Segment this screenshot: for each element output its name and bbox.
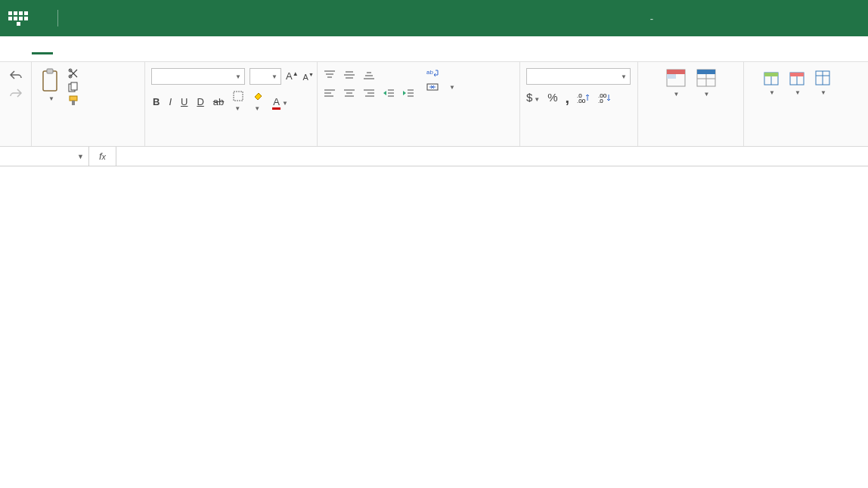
svg-text:ab: ab <box>426 69 433 76</box>
strikethrough-button[interactable]: ab <box>213 96 224 107</box>
group-label-font <box>151 141 311 145</box>
borders-button[interactable]: ▼ <box>233 91 243 113</box>
merge-icon <box>426 82 439 92</box>
name-box[interactable]: ▼ <box>0 147 89 166</box>
redo-button[interactable] <box>9 88 23 98</box>
group-label-tables <box>644 141 737 145</box>
align-bottom-button[interactable] <box>363 70 375 80</box>
italic-button[interactable]: I <box>169 96 172 107</box>
open-in-excel[interactable] <box>240 44 262 54</box>
svg-rect-6 <box>70 96 77 101</box>
align-left-button[interactable] <box>324 88 336 98</box>
svg-rect-5 <box>71 82 77 90</box>
wrap-text-icon: ab <box>426 68 439 79</box>
svg-rect-7 <box>72 101 75 105</box>
align-middle-button[interactable] <box>343 70 355 80</box>
svg-text:.0: .0 <box>598 98 603 103</box>
shrink-font-button[interactable]: A▼ <box>303 72 314 82</box>
delete-icon <box>788 68 806 86</box>
svg-text:.00: .00 <box>577 98 586 103</box>
format-as-table-button[interactable]: ▼ <box>693 65 720 101</box>
increase-indent-button[interactable] <box>402 88 414 98</box>
group-label-cells <box>750 141 844 145</box>
align-top-button[interactable] <box>324 70 336 80</box>
formula-bar: ▼ fx <box>0 147 868 166</box>
decrease-indent-button[interactable] <box>383 88 395 98</box>
scissors-icon <box>68 68 79 79</box>
wrap-text-button[interactable]: ab <box>426 68 443 79</box>
font-family-select[interactable]: ▼ <box>151 68 245 85</box>
merge-centre-button[interactable]: ▼ <box>426 82 455 92</box>
fill-color-button[interactable]: ▼ <box>253 91 263 113</box>
fx-icon[interactable]: fx <box>89 147 116 166</box>
table-icon <box>696 68 717 88</box>
tab-insert[interactable] <box>54 44 76 54</box>
decrease-decimal-button[interactable]: .00.0 <box>598 92 612 103</box>
svg-rect-0 <box>43 71 57 91</box>
svg-rect-8 <box>234 92 243 101</box>
tab-view[interactable] <box>122 44 144 54</box>
increase-decimal-button[interactable]: .0.00 <box>577 92 591 103</box>
delete-cells-button[interactable]: ▼ <box>785 65 809 99</box>
tab-home[interactable] <box>32 44 53 54</box>
svg-rect-40 <box>667 70 685 74</box>
double-underline-button[interactable]: D <box>197 96 203 107</box>
align-center-button[interactable] <box>343 88 355 98</box>
format-cells-button[interactable]: ▼ <box>811 65 835 99</box>
group-label-alignment <box>324 141 513 145</box>
grow-font-button[interactable]: A▲ <box>286 70 299 82</box>
tab-file[interactable] <box>9 44 30 54</box>
percent-button[interactable]: % <box>547 91 557 104</box>
group-label-clipboard <box>38 141 138 145</box>
tab-help[interactable] <box>145 44 166 54</box>
group-label-number <box>526 141 631 145</box>
app-launcher-icon[interactable] <box>8 8 29 29</box>
cond-format-icon <box>665 68 687 88</box>
font-color-button[interactable]: A▼ <box>272 96 288 107</box>
svg-rect-41 <box>667 74 676 79</box>
svg-rect-1 <box>47 69 53 73</box>
cut-button[interactable] <box>68 68 83 79</box>
tell-me-search[interactable] <box>195 44 216 54</box>
tab-review[interactable] <box>100 44 121 54</box>
svg-rect-47 <box>764 73 778 76</box>
undo-button[interactable] <box>9 70 23 80</box>
insert-cells-button[interactable]: ▼ <box>759 65 783 99</box>
tab-bar <box>0 36 868 62</box>
paintbrush-icon <box>68 95 79 106</box>
clipboard-icon <box>41 68 60 92</box>
chevron-down-icon: ▼ <box>77 153 84 160</box>
font-size-select[interactable]: ▼ <box>250 68 281 85</box>
underline-button[interactable]: U <box>181 96 188 107</box>
copy-icon <box>68 82 79 92</box>
bold-button[interactable]: B <box>153 96 160 107</box>
paint-bucket-icon <box>253 91 263 101</box>
title-bar: - <box>0 0 868 36</box>
insert-icon <box>762 68 780 86</box>
divider <box>57 10 58 26</box>
dash: - <box>650 13 653 24</box>
comma-button[interactable]: , <box>566 94 570 101</box>
paste-button[interactable]: ▼ <box>38 65 64 105</box>
align-right-button[interactable] <box>363 88 375 98</box>
svg-rect-50 <box>790 73 804 76</box>
format-painter-button[interactable] <box>68 95 83 106</box>
svg-rect-43 <box>697 70 715 74</box>
chevron-down-icon: ▼ <box>48 95 54 102</box>
tab-data[interactable] <box>77 44 98 54</box>
format-icon <box>814 68 832 86</box>
conditional-formatting-button[interactable]: ▼ <box>662 65 690 101</box>
number-format-select[interactable]: ▼ <box>526 68 631 85</box>
ribbon: ▼ ▼ ▼ A▲ A▼ B I U D ab ▼ <box>0 62 868 147</box>
currency-button[interactable]: $▼ <box>526 91 540 104</box>
copy-button[interactable] <box>68 82 83 92</box>
group-label-undo <box>6 141 25 145</box>
